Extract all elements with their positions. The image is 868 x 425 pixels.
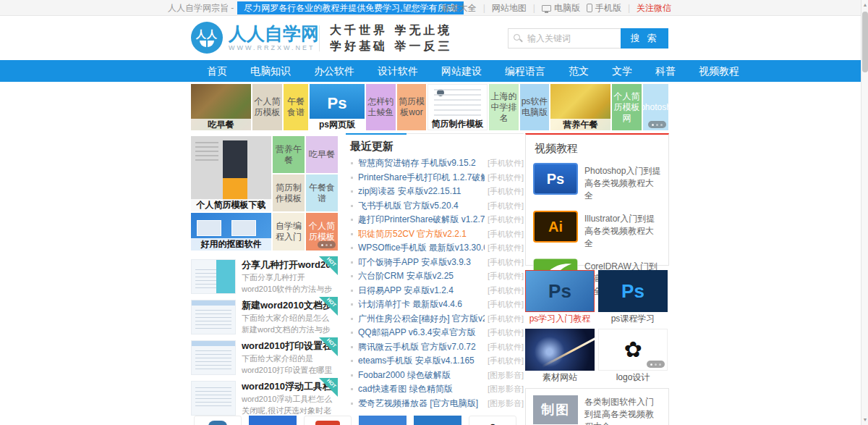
list-item[interactable]: WPSOffice手机版 最新版v13.30.0[手机软件] bbox=[346, 241, 524, 256]
gallery-ps-beginner[interactable]: Ps ps学习入门教程 bbox=[525, 270, 595, 325]
tile-self-programming[interactable]: 自学编程入门 bbox=[273, 213, 305, 251]
logo-flower-tile[interactable]: ✿ bbox=[469, 416, 516, 425]
update-link[interactable]: WPSOffice手机版 最新版v13.30.0 bbox=[358, 242, 485, 254]
tile-resume-template[interactable]: 个人简历模板 bbox=[306, 213, 338, 251]
list-item[interactable]: 叮个饭骑手APP 安卓版v3.9.3[手机软件] bbox=[346, 256, 524, 270]
update-link[interactable]: 趣打印PrinterShare破解版 v1.2.7安卓高 bbox=[358, 214, 485, 226]
list-item[interactable]: 广州住房公积金[穗好办] 官方版v2.5.19[手机软件] bbox=[346, 312, 524, 327]
tile-resume-making[interactable]: 简历制作模板 bbox=[273, 174, 305, 211]
gallery-resume-download[interactable]: 个人简历模板下载 bbox=[191, 136, 271, 211]
nav-web[interactable]: 网站建设 bbox=[430, 60, 493, 82]
scroll-up-arrow[interactable]: ▲ bbox=[862, 1, 868, 9]
gallery-cutout-software[interactable]: 好用的抠图软件 bbox=[191, 213, 271, 251]
tile-breakfast[interactable]: 吃早餐 bbox=[306, 136, 338, 173]
update-link[interactable]: 叮个饭骑手APP 安卓版v3.9.3 bbox=[358, 256, 485, 269]
list-item[interactable]: cad快速看图 绿色精简版[图形影音] bbox=[346, 382, 524, 397]
update-link[interactable]: 飞书手机版 官方版v5.20.4 bbox=[358, 200, 485, 212]
update-link[interactable]: Foobar2000 绿色破解版 bbox=[358, 369, 485, 382]
grid-tile-resume[interactable]: 个人简历模板 bbox=[252, 84, 282, 130]
grid-tile-resume-making[interactable]: 简历制作模板 bbox=[427, 84, 488, 130]
list-item[interactable]: PrinterShare手机打印机 1.2.7破解版[手机软件] bbox=[346, 171, 524, 185]
python-tile[interactable] bbox=[194, 416, 242, 425]
video-item-illustrator[interactable]: Ai Illustrator入门到提高各类视频教程大全 bbox=[533, 211, 661, 250]
grid-tile-school-rank[interactable]: 上海的中学排名 bbox=[489, 84, 519, 130]
list-item[interactable]: 六台阶CRM 安卓版v2.25[手机软件] bbox=[346, 269, 524, 284]
list-item[interactable]: 日得易APP 安卓版v1.2.4[手机软件] bbox=[346, 284, 524, 298]
blue-app-tile[interactable] bbox=[359, 416, 407, 425]
list-item[interactable]: 腾讯微云手机版 官方版v7.0.72[手机软件] bbox=[346, 340, 524, 355]
video-item-photoshop[interactable]: Ps Photoshop入门到提高各类视频教程大全 bbox=[533, 163, 661, 202]
link-sitemap[interactable]: 网站地图 bbox=[492, 2, 527, 14]
update-link[interactable]: cad快速看图 绿色精简版 bbox=[358, 383, 485, 395]
grid-tile-lunch[interactable]: 营养午餐 bbox=[550, 84, 610, 130]
grid-tile-resume-word[interactable]: 简历模板wor bbox=[397, 84, 426, 130]
nav-literature[interactable]: 文学 bbox=[600, 60, 644, 82]
list-item[interactable]: 计划清单打卡 最新版v4.4.6[手机软件] bbox=[346, 298, 524, 312]
update-link[interactable]: 爱奇艺视频播放器 [官方电脑版] bbox=[358, 397, 485, 410]
gallery-logo-design[interactable]: ✿ logo设计 bbox=[598, 329, 668, 384]
nav-computer[interactable]: 电脑知识 bbox=[239, 60, 302, 82]
grid-tile-photoshop[interactable]: photosh bbox=[643, 84, 668, 130]
gallery-caption: 好用的抠图软件 bbox=[191, 238, 271, 251]
list-item[interactable]: eteams手机版 安卓版v4.1.165[手机软件] bbox=[346, 354, 524, 369]
update-link[interactable]: 腾讯微云手机版 官方版v7.0.72 bbox=[358, 341, 485, 353]
link-tags[interactable]: 标签大全 bbox=[442, 2, 477, 14]
update-link[interactable]: PrinterShare手机打印机 1.2.7破解版 bbox=[358, 172, 485, 184]
list-item[interactable]: Foobar2000 绿色破解版[图形影音] bbox=[346, 369, 524, 383]
carousel-pager[interactable] bbox=[647, 361, 665, 368]
nav-video[interactable]: 视频教程 bbox=[687, 60, 751, 82]
logo-glyph: 人人 bbox=[196, 29, 218, 39]
link-wechat[interactable]: 关注微信 bbox=[637, 2, 671, 14]
gallery-material-site[interactable]: 素材网站 bbox=[525, 329, 595, 384]
search-button[interactable]: 搜 索 bbox=[621, 28, 668, 49]
link-pc-version[interactable]: 电脑版 bbox=[542, 2, 580, 14]
nav-office[interactable]: 办公软件 bbox=[302, 60, 366, 82]
list-item[interactable]: QQ邮箱APP v6.3.4安卓官方版[手机软件] bbox=[346, 326, 524, 340]
chart-software-box[interactable]: 制图 各类制图软件入门到提高各类视频教程大全 bbox=[525, 388, 669, 425]
carousel-pager[interactable] bbox=[318, 241, 336, 248]
update-link[interactable]: eteams手机版 安卓版v4.1.165 bbox=[358, 355, 485, 367]
grid-tile-ps-web[interactable]: Ps ps网页版 bbox=[310, 84, 365, 130]
office-tile[interactable] bbox=[304, 416, 352, 425]
grid-tile-lunch-recipe[interactable]: 午餐食谱 bbox=[284, 84, 308, 130]
update-link[interactable]: 日得易APP 安卓版v1.2.4 bbox=[358, 285, 485, 297]
tile-nutritious-lunch[interactable]: 营养午餐 bbox=[273, 136, 305, 173]
word-tile[interactable]: P bbox=[249, 416, 297, 425]
nav-programming[interactable]: 编程语言 bbox=[493, 60, 557, 82]
list-item[interactable]: 飞书手机版 官方版v5.20.4[手机软件] bbox=[346, 199, 524, 214]
scroll-down-arrow[interactable]: ▼ bbox=[862, 416, 868, 424]
link-mobile-version[interactable]: 手机版 bbox=[587, 2, 621, 14]
list-item[interactable]: 爱奇艺视频播放器 [官方电脑版][图形影音] bbox=[346, 397, 524, 411]
scrollbar-thumb[interactable] bbox=[862, 12, 868, 72]
grid-tile-fishing[interactable]: 怎样钓土鲮鱼 bbox=[366, 84, 396, 130]
carousel-pager[interactable] bbox=[648, 121, 666, 128]
update-link-highlighted[interactable]: 职徒简历52CV 官方版v2.2.1 bbox=[358, 228, 485, 240]
list-item[interactable]: 趣打印PrinterShare破解版 v1.2.7安卓高[手机软件] bbox=[346, 213, 524, 227]
search-input[interactable] bbox=[508, 28, 621, 49]
update-link[interactable]: 智慧商贸进销存 手机版v9.15.2 bbox=[358, 157, 485, 169]
update-link[interactable]: 六台阶CRM 安卓版v2.25 bbox=[358, 270, 485, 282]
ps-app-tile[interactable]: Ps bbox=[414, 416, 461, 425]
article-item[interactable]: 分享几种打开word2010 下面分享几种打开word2010软件的方法与步骤。… bbox=[191, 256, 338, 297]
article-item[interactable]: word2010浮动工具栏怎 word2010浮动工具栏怎么关闭呢,很讨厌选对象… bbox=[191, 378, 338, 418]
article-item[interactable]: 新建word2010文档步骤 下面给大家介绍的是怎么新建word文档的方法与步骤… bbox=[191, 297, 338, 337]
tile-lunch-recipe[interactable]: 午餐食谱 bbox=[306, 174, 338, 211]
list-item[interactable]: 智慧商贸进销存 手机版v9.15.2[手机软件] bbox=[346, 156, 524, 171]
list-item[interactable]: zip阅读器 安卓版v22.15.11[手机软件] bbox=[346, 185, 524, 199]
gallery-ps-course[interactable]: Ps ps课程学习 bbox=[598, 270, 668, 325]
article-item[interactable]: word2010打印设置在哪 下面给大家介绍的是word2010打印设置在哪里的… bbox=[191, 337, 338, 378]
grid-tile-resume-site[interactable]: 个人简历模板网 bbox=[612, 84, 642, 130]
update-link[interactable]: 广州住房公积金[穗好办] 官方版v2.5.19 bbox=[358, 313, 485, 325]
nav-home[interactable]: 首页 bbox=[195, 60, 239, 82]
grid-tile-ps-pc[interactable]: ps软件电脑版 bbox=[520, 84, 549, 130]
bullet-icon bbox=[351, 303, 353, 306]
nav-design[interactable]: 设计软件 bbox=[366, 60, 430, 82]
list-item[interactable]: 职徒简历52CV 官方版v2.2.1[手机软件] bbox=[346, 227, 524, 242]
grid-tile-breakfast[interactable]: 吃早餐 bbox=[191, 84, 251, 130]
update-link[interactable]: zip阅读器 安卓版v22.15.11 bbox=[358, 185, 485, 198]
site-logo[interactable]: 人人 人人自学网 WWW.RRZXW.NET bbox=[191, 22, 319, 54]
update-link[interactable]: 计划清单打卡 最新版v4.4.6 bbox=[358, 298, 485, 311]
nav-essay[interactable]: 范文 bbox=[557, 60, 600, 82]
update-link[interactable]: QQ邮箱APP v6.3.4安卓官方版 bbox=[358, 327, 485, 339]
nav-science[interactable]: 科普 bbox=[644, 60, 687, 82]
